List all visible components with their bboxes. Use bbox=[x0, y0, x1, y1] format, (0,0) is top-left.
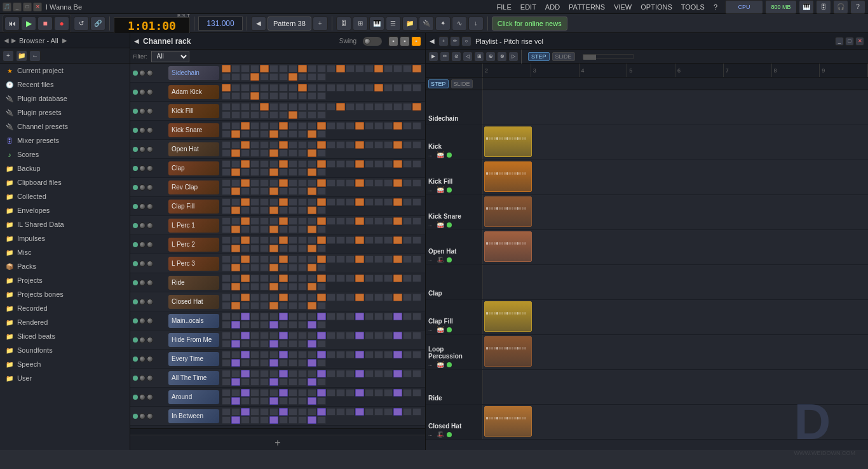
pad-16[interactable] bbox=[374, 389, 383, 397]
pad-19[interactable] bbox=[403, 236, 412, 244]
automation-btn[interactable]: ∿ bbox=[452, 17, 467, 31]
pad-4[interactable] bbox=[260, 179, 269, 187]
sidebar-item-il-shared-data[interactable]: 📁IL Shared Data bbox=[0, 217, 130, 231]
pad-21[interactable] bbox=[222, 302, 231, 309]
pad-31[interactable] bbox=[317, 264, 326, 271]
pad-17[interactable] bbox=[384, 313, 393, 320]
pad-1[interactable] bbox=[231, 65, 240, 72]
pad-28[interactable] bbox=[288, 359, 297, 367]
track-content[interactable] bbox=[483, 300, 868, 334]
pad-20[interactable] bbox=[412, 332, 421, 339]
pad-29[interactable] bbox=[298, 149, 307, 157]
track-content[interactable] bbox=[483, 125, 868, 160]
pad-19[interactable] bbox=[403, 103, 412, 111]
channel-pan-knob[interactable] bbox=[147, 261, 153, 267]
pad-10[interactable] bbox=[317, 313, 326, 320]
pad-15[interactable] bbox=[365, 141, 374, 149]
midi-icon[interactable]: 🎹 bbox=[799, 0, 814, 14]
step-button[interactable]: STEP bbox=[528, 52, 550, 61]
pad-17[interactable] bbox=[384, 198, 393, 206]
menu-tools[interactable]: TOOLS bbox=[677, 2, 709, 12]
pad-9[interactable] bbox=[308, 122, 316, 130]
pad-20[interactable] bbox=[412, 275, 421, 282]
pad-26[interactable] bbox=[269, 264, 278, 271]
pad-30[interactable] bbox=[308, 378, 316, 386]
pad-9[interactable] bbox=[308, 370, 316, 377]
pad-0[interactable] bbox=[222, 351, 231, 358]
channel-pan-knob[interactable] bbox=[147, 337, 153, 343]
pad-20[interactable] bbox=[412, 370, 421, 377]
sidebar-item-projects[interactable]: 📁Projects bbox=[0, 273, 130, 287]
pad-22[interactable] bbox=[231, 245, 240, 252]
pad-20[interactable] bbox=[412, 198, 421, 206]
pad-31[interactable] bbox=[317, 130, 326, 138]
pad-28[interactable] bbox=[288, 73, 297, 81]
help-icon[interactable]: ? bbox=[850, 0, 865, 14]
pad-15[interactable] bbox=[365, 255, 374, 263]
pad-20[interactable] bbox=[412, 160, 421, 168]
channel-pan-knob[interactable] bbox=[147, 165, 153, 172]
pad-14[interactable] bbox=[355, 408, 364, 416]
pad-29[interactable] bbox=[298, 378, 307, 386]
pad-30[interactable] bbox=[308, 130, 316, 138]
sidebar-item-plugin-database[interactable]: 🔌Plugin database bbox=[0, 92, 130, 105]
pad-9[interactable] bbox=[308, 103, 316, 111]
pad-29[interactable] bbox=[298, 73, 307, 81]
pad-23[interactable] bbox=[241, 130, 250, 138]
pad-27[interactable] bbox=[279, 92, 288, 100]
pad-27[interactable] bbox=[279, 187, 288, 195]
channel-vol-knob[interactable] bbox=[139, 70, 146, 76]
channel-pan-knob[interactable] bbox=[147, 318, 153, 324]
pad-23[interactable] bbox=[241, 92, 250, 100]
pad-28[interactable] bbox=[288, 92, 297, 100]
pad-27[interactable] bbox=[279, 226, 288, 233]
channel-name-in-between[interactable]: In Between bbox=[168, 409, 219, 423]
pad-31[interactable] bbox=[317, 321, 326, 329]
pad-18[interactable] bbox=[393, 294, 402, 301]
pad-31[interactable] bbox=[317, 187, 326, 195]
pad-0[interactable] bbox=[222, 389, 231, 397]
pad-15[interactable] bbox=[365, 370, 374, 377]
pad-29[interactable] bbox=[298, 264, 307, 271]
pad-18[interactable] bbox=[393, 217, 402, 225]
pad-1[interactable] bbox=[231, 408, 240, 416]
pad-28[interactable] bbox=[288, 340, 297, 348]
pad-30[interactable] bbox=[308, 92, 316, 100]
channel-active-dot[interactable] bbox=[133, 395, 138, 400]
channel-vol-knob[interactable] bbox=[139, 318, 146, 324]
pad-7[interactable] bbox=[288, 217, 297, 225]
sidebar-item-user[interactable]: 📁User bbox=[0, 371, 130, 385]
channel-rack-scrollbar[interactable] bbox=[130, 428, 425, 435]
pad-2[interactable] bbox=[241, 160, 250, 168]
pad-8[interactable] bbox=[298, 141, 307, 149]
pad-1[interactable] bbox=[231, 332, 240, 339]
pad-29[interactable] bbox=[298, 359, 307, 367]
pad-5[interactable] bbox=[269, 408, 278, 416]
pad-31[interactable] bbox=[317, 302, 326, 309]
sidebar-item-channel-presets[interactable]: 🔌Channel presets bbox=[0, 119, 130, 133]
pad-3[interactable] bbox=[250, 84, 259, 92]
channel-active-dot[interactable] bbox=[133, 128, 138, 133]
pad-20[interactable] bbox=[412, 294, 421, 301]
pad-21[interactable] bbox=[222, 378, 231, 386]
loop-button[interactable]: ↺ bbox=[74, 17, 89, 31]
pad-22[interactable] bbox=[231, 416, 240, 424]
pad-25[interactable] bbox=[260, 264, 269, 271]
pad-2[interactable] bbox=[241, 122, 250, 130]
channel-vol-knob[interactable] bbox=[139, 356, 146, 362]
pad-13[interactable] bbox=[346, 370, 355, 377]
pad-4[interactable] bbox=[260, 84, 269, 92]
pad-20[interactable] bbox=[412, 217, 421, 225]
pad-19[interactable] bbox=[403, 255, 412, 263]
pad-29[interactable] bbox=[298, 302, 307, 309]
pad-6[interactable] bbox=[279, 408, 288, 416]
pad-6[interactable] bbox=[279, 217, 288, 225]
pad-22[interactable] bbox=[231, 73, 240, 81]
pad-2[interactable] bbox=[241, 294, 250, 301]
pad-4[interactable] bbox=[260, 313, 269, 320]
pad-12[interactable] bbox=[336, 65, 345, 72]
pad-3[interactable] bbox=[250, 141, 259, 149]
pad-7[interactable] bbox=[288, 122, 297, 130]
pad-28[interactable] bbox=[288, 207, 297, 214]
pad-10[interactable] bbox=[317, 408, 326, 416]
